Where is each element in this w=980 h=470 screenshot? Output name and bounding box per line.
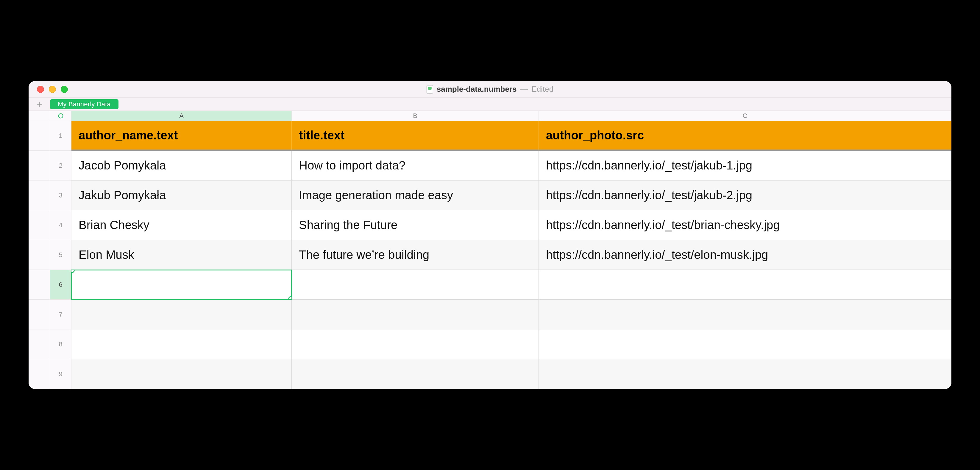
row-number[interactable]: 6 [50,270,72,300]
data-cell[interactable]: Elon Musk [72,240,292,270]
titlebar: sample-data.numbers — Edited [29,81,951,98]
data-cell[interactable]: How to import data? [292,151,539,180]
row-number[interactable]: 7 [50,300,72,330]
data-cell[interactable] [539,300,951,330]
add-sheet-button[interactable] [33,99,46,109]
data-cell[interactable]: https://cdn.bannerly.io/_test/elon-musk.… [539,240,951,270]
sheet-tab-bar: My Bannerly Data [29,98,951,111]
column-header-row: A B C [29,111,951,121]
close-button[interactable] [37,86,44,93]
circle-icon [57,113,64,119]
svg-point-2 [58,113,63,118]
data-cell[interactable]: Jacob Pomykala [72,151,292,180]
data-cell-selected[interactable] [72,270,292,300]
data-cell[interactable] [72,300,292,330]
data-cell[interactable]: Sharing the Future [292,210,539,240]
row-number[interactable]: 9 [50,359,72,389]
data-cell[interactable]: Image generation made easy [292,180,539,210]
table-row: 4 Brian Chesky Sharing the Future https:… [29,210,951,240]
minimize-button[interactable] [49,86,56,93]
row-number[interactable]: 1 [50,121,72,151]
data-cell[interactable]: https://cdn.bannerly.io/_test/brian-ches… [539,210,951,240]
plus-icon [36,101,43,108]
data-cell[interactable] [72,359,292,389]
row-gutter [29,300,50,330]
corner-cell [29,111,50,121]
spreadsheet: A B C 1 author_name.text title.text auth… [29,111,951,389]
data-cell[interactable] [292,359,539,389]
data-cell[interactable] [292,270,539,300]
select-all-handle[interactable] [50,111,72,121]
data-cell[interactable]: Brian Chesky [72,210,292,240]
row-gutter [29,240,50,270]
row-gutter [29,151,50,180]
row-gutter [29,210,50,240]
document-status: Edited [532,84,554,94]
column-header-b[interactable]: B [292,111,539,121]
data-cell[interactable] [292,300,539,330]
row-number[interactable]: 5 [50,240,72,270]
data-cell[interactable] [539,330,951,359]
table-row: 7 [29,300,951,330]
data-cell[interactable] [539,359,951,389]
table-body: 1 author_name.text title.text author_pho… [29,121,951,389]
row-gutter [29,121,50,151]
title-separator: — [520,84,528,94]
table-row: 3 Jakub Pomykała Image generation made e… [29,180,951,210]
document-icon [426,85,433,94]
row-gutter [29,330,50,359]
table-row: 2 Jacob Pomykala How to import data? htt… [29,151,951,180]
data-cell[interactable]: The future we’re building [292,240,539,270]
data-cell[interactable] [292,330,539,359]
table-row: 9 [29,359,951,389]
data-cell[interactable]: https://cdn.bannerly.io/_test/jakub-2.jp… [539,180,951,210]
header-cell[interactable]: author_photo.src [539,121,951,151]
row-gutter [29,270,50,300]
column-header-a[interactable]: A [72,111,292,121]
zoom-button[interactable] [61,86,68,93]
data-cell[interactable]: https://cdn.bannerly.io/_test/jakub-1.jp… [539,151,951,180]
data-cell[interactable] [72,330,292,359]
sheet-tab-active[interactable]: My Bannerly Data [50,99,118,109]
table-row: 6 [29,270,951,300]
window-title: sample-data.numbers — Edited [426,84,554,94]
header-cell[interactable]: title.text [292,121,539,151]
row-gutter [29,180,50,210]
row-number[interactable]: 8 [50,330,72,359]
row-gutter [29,359,50,389]
table-row: 5 Elon Musk The future we’re building ht… [29,240,951,270]
traffic-lights [29,86,68,93]
data-cell[interactable]: Jakub Pomykała [72,180,292,210]
app-window: sample-data.numbers — Edited My Bannerly… [29,81,951,389]
table-row: 8 [29,330,951,359]
column-header-c[interactable]: C [539,111,951,121]
row-number[interactable]: 3 [50,180,72,210]
table-row: 1 author_name.text title.text author_pho… [29,121,951,151]
header-cell[interactable]: author_name.text [72,121,292,151]
row-number[interactable]: 2 [50,151,72,180]
data-cell[interactable] [539,270,951,300]
document-name: sample-data.numbers [437,84,517,94]
row-number[interactable]: 4 [50,210,72,240]
